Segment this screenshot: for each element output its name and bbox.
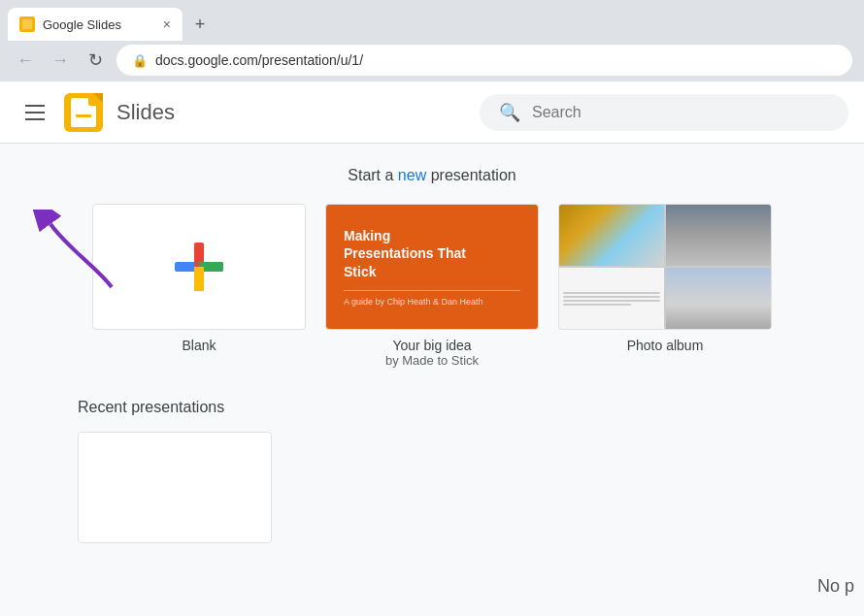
photo-album-template-label: Photo album [627, 338, 704, 353]
search-icon: 🔍 [499, 102, 520, 123]
blank-template-thumb[interactable] [92, 204, 306, 330]
top-bar: Slides 🔍 Search [0, 81, 864, 144]
active-tab[interactable]: Google Slides × [8, 8, 183, 41]
hamburger-menu-button[interactable] [16, 93, 54, 132]
new-presentation-title: Start a new presentation [0, 167, 864, 184]
photo-cell-1 [559, 205, 664, 266]
app-content: Slides 🔍 Search Start a new presentation [0, 81, 864, 616]
new-word-highlight: new [398, 167, 426, 183]
address-text: docs.google.com/presentation/u/1/ [155, 52, 363, 68]
search-placeholder-text: Search [532, 104, 582, 121]
photo-cell-4 [666, 268, 771, 329]
tab-favicon [19, 16, 35, 32]
tab-close-button[interactable]: × [163, 17, 171, 31]
reload-button[interactable]: ↻ [82, 47, 109, 74]
no-presentations-text: No p [817, 576, 854, 597]
lock-icon: 🔒 [132, 53, 148, 68]
tab-bar: Google Slides × + [0, 0, 864, 41]
hamburger-icon [25, 105, 45, 120]
recent-item[interactable] [78, 432, 272, 543]
big-idea-template-label: Your big idea [392, 338, 471, 353]
photo-cell-2 [666, 205, 771, 266]
recent-grid [78, 432, 786, 543]
tab-title: Google Slides [43, 17, 155, 32]
new-presentation-section: Start a new presentation Blank [0, 167, 864, 368]
recent-presentations-section: Recent presentations [0, 399, 864, 543]
search-box[interactable]: 🔍 Search [480, 94, 848, 131]
slides-wordmark: Slides [116, 100, 175, 125]
photo-cell-3 [559, 268, 664, 329]
browser-chrome: Google Slides × + ← → ↻ 🔒 docs.google.co… [0, 0, 864, 81]
slides-logo: Slides [54, 93, 175, 132]
photo-album-template[interactable]: Photo album [558, 204, 772, 368]
slides-icon [64, 93, 103, 132]
address-input[interactable]: 🔒 docs.google.com/presentation/u/1/ [116, 45, 852, 76]
templates-row: Blank Making Presentations That Stick A … [0, 204, 864, 368]
big-idea-title-text: Making Presentations That Stick [344, 227, 520, 280]
big-idea-guide-text: A guide by Chip Heath & Dan Heath [344, 290, 520, 307]
slides-doc-icon [71, 98, 96, 127]
big-idea-template-sublabel: by Made to Stick [385, 353, 479, 368]
forward-button[interactable]: → [47, 47, 74, 74]
recent-item-thumb [78, 432, 272, 543]
address-bar: ← → ↻ 🔒 docs.google.com/presentation/u/1… [0, 41, 864, 81]
blank-template-label: Blank [182, 338, 216, 353]
big-idea-template-thumb[interactable]: Making Presentations That Stick A guide … [325, 204, 539, 330]
back-button[interactable]: ← [12, 47, 39, 74]
new-tab-button[interactable]: + [186, 11, 214, 38]
svg-rect-1 [22, 19, 32, 29]
photo-album-template-thumb[interactable] [558, 204, 772, 330]
plus-icon [175, 243, 223, 291]
main-content: Start a new presentation Blank [0, 144, 864, 616]
blank-template[interactable]: Blank [92, 204, 306, 368]
big-idea-template[interactable]: Making Presentations That Stick A guide … [325, 204, 539, 368]
recent-presentations-title: Recent presentations [78, 399, 786, 416]
